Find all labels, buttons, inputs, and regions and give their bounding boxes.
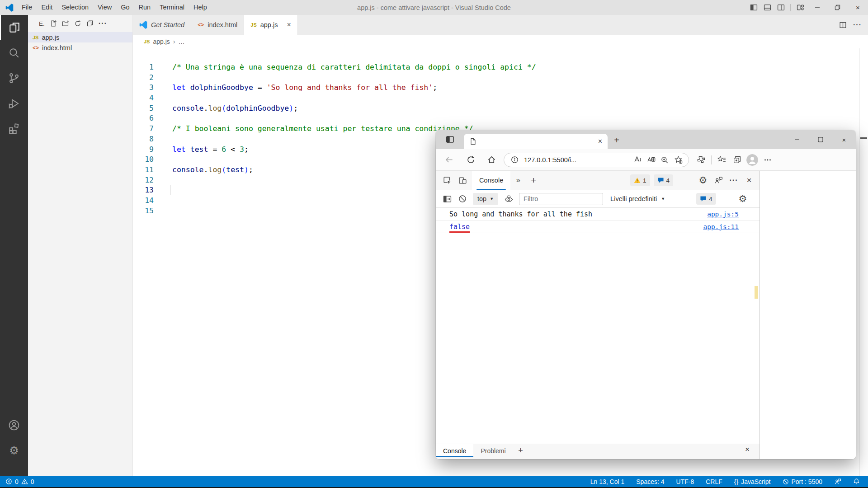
tab-actions-menu-icon[interactable] — [446, 135, 454, 144]
console-filter-input[interactable] — [519, 193, 603, 205]
split-editor-icon[interactable] — [839, 21, 847, 29]
live-server-port[interactable]: Port : 5500 — [779, 478, 826, 485]
clear-console-icon[interactable] — [455, 191, 470, 206]
settings-gear-icon[interactable]: ⚙ — [0, 438, 28, 463]
console-sidebar-toggle-icon[interactable] — [439, 191, 455, 206]
drawer-tab-console[interactable]: Console — [436, 444, 473, 457]
warnings-badge[interactable]: 1 — [630, 174, 650, 186]
more-tabs-icon[interactable]: » — [510, 173, 526, 188]
notifications-bell-icon[interactable] — [849, 478, 863, 485]
menu-file[interactable]: File — [17, 0, 37, 15]
edge-active-tab[interactable]: × — [464, 134, 608, 149]
collections-icon[interactable] — [729, 152, 745, 168]
feedback-icon[interactable] — [830, 478, 845, 485]
activity-run-debug-icon[interactable] — [0, 91, 28, 116]
code-line-1[interactable]: 1/* Una stringa è una sequenza di caratt… — [133, 62, 868, 73]
edge-close-button[interactable]: × — [832, 130, 856, 149]
activity-explorer-icon[interactable] — [0, 15, 28, 40]
cursor-position[interactable]: Ln 13, Col 1 — [587, 478, 628, 485]
editor-more-actions-icon[interactable]: ··· — [853, 21, 862, 29]
problems-status[interactable]: 0 0 — [0, 478, 34, 485]
close-window-button[interactable]: × — [848, 0, 868, 15]
drawer-add-tab-icon[interactable]: + — [513, 444, 528, 457]
back-icon[interactable] — [441, 152, 457, 168]
refresh-icon[interactable] — [463, 152, 478, 168]
messages-badge[interactable]: 4 — [654, 174, 674, 186]
console-message-row[interactable]: falseapp.js:11 — [436, 221, 760, 233]
devtools-close-icon[interactable]: × — [741, 173, 757, 188]
drawer-close-icon[interactable]: × — [745, 445, 750, 454]
close-tab-icon[interactable]: × — [598, 137, 602, 145]
source-location-link[interactable]: app.js:11 — [703, 223, 739, 230]
device-emulation-icon[interactable] — [455, 173, 470, 188]
language-mode[interactable]: {} JavaScript — [731, 478, 774, 485]
edge-maximize-button[interactable] — [809, 130, 832, 149]
collapse-folders-icon[interactable] — [86, 20, 94, 27]
devtools-more-icon[interactable]: ··· — [726, 173, 741, 188]
menu-selection[interactable]: Selection — [57, 0, 93, 15]
customize-layout-icon[interactable] — [793, 0, 807, 15]
code-line-4[interactable]: 4 — [133, 93, 868, 103]
console-message-row[interactable]: So long and thanks for all the fishapp.j… — [436, 208, 760, 221]
close-tab-icon[interactable]: × — [287, 21, 291, 29]
editor-scrollbar-track[interactable] — [859, 48, 860, 476]
favorites-bar-icon[interactable] — [714, 152, 729, 168]
code-line-5[interactable]: 5console.log(dolphinGoodbye); — [133, 103, 868, 114]
menu-edit[interactable]: Edit — [37, 0, 57, 15]
new-tab-icon[interactable]: + — [610, 134, 623, 146]
eol-sequence[interactable]: CRLF — [702, 478, 726, 485]
refresh-explorer-icon[interactable] — [74, 20, 81, 27]
url-text[interactable]: 127.0.0.1:5500/i... — [524, 156, 631, 164]
indentation[interactable]: Spaces: 4 — [632, 478, 668, 485]
messages-count-badge[interactable]: 4 — [696, 193, 716, 205]
toggle-panel-icon[interactable] — [760, 0, 774, 15]
explorer-more-actions-icon[interactable]: ··· — [99, 19, 107, 28]
activity-source-control-icon[interactable] — [0, 66, 28, 91]
accounts-icon[interactable] — [0, 413, 28, 438]
extensions-puzzle-icon[interactable] — [693, 152, 709, 168]
source-location-link[interactable]: app.js:5 — [707, 211, 739, 218]
menu-run[interactable]: Run — [134, 0, 156, 15]
breadcrumb-file[interactable]: app.js — [153, 38, 170, 45]
file-item-index-html[interactable]: <>index.html — [28, 42, 132, 53]
breadcrumb[interactable]: JS app.js › … — [144, 35, 185, 48]
code-line-3[interactable]: 3let dolphinGoodbye = 'So long and thank… — [133, 83, 868, 93]
minimize-button[interactable] — [807, 0, 827, 15]
devtools-tab-console[interactable]: Console — [472, 171, 510, 190]
tab-index-html[interactable]: <> index.html — [191, 15, 244, 35]
address-bar[interactable]: 127.0.0.1:5500/i... — [504, 153, 689, 167]
editor-scrollbar-handle[interactable] — [860, 137, 867, 139]
menu-help[interactable]: Help — [189, 0, 212, 15]
new-file-icon[interactable] — [50, 20, 57, 27]
profile-avatar[interactable] — [745, 152, 760, 168]
tab-app-js[interactable]: JS app.js × — [244, 15, 298, 35]
breadcrumb-more[interactable]: … — [179, 38, 185, 45]
activity-extensions-icon[interactable] — [0, 116, 28, 141]
new-folder-icon[interactable] — [62, 20, 69, 27]
browser-settings-more-icon[interactable] — [760, 152, 775, 168]
log-levels-dropdown[interactable]: Livelli predefiniti▼ — [610, 195, 665, 202]
devtools-feedback-icon[interactable] — [711, 173, 726, 188]
encoding[interactable]: UTF-8 — [673, 478, 698, 485]
drawer-tab-problems[interactable]: Problemi — [473, 444, 513, 457]
activity-search-icon[interactable] — [0, 40, 28, 66]
translate-icon[interactable] — [644, 153, 658, 167]
add-favorite-icon[interactable] — [671, 153, 685, 167]
code-line-2[interactable]: 2 — [133, 73, 868, 83]
add-devtools-tab-icon[interactable]: + — [526, 173, 541, 188]
restore-button[interactable] — [827, 0, 848, 15]
javascript-context-dropdown[interactable]: top▼ — [473, 193, 498, 205]
tab-get-started[interactable]: Get Started — [133, 15, 191, 35]
menu-terminal[interactable]: Terminal — [155, 0, 189, 15]
read-aloud-icon[interactable] — [631, 153, 644, 167]
menu-go[interactable]: Go — [116, 0, 134, 15]
zoom-icon[interactable] — [658, 153, 671, 167]
site-info-icon[interactable] — [508, 153, 521, 167]
console-settings-gear-icon[interactable]: ⚙ — [735, 191, 750, 206]
devtools-settings-gear-icon[interactable]: ⚙ — [695, 173, 711, 188]
menu-view[interactable]: View — [93, 0, 116, 15]
file-item-app-js[interactable]: JSapp.js — [28, 32, 132, 42]
code-line-6[interactable]: 6 — [133, 113, 868, 124]
edge-minimize-button[interactable] — [785, 130, 809, 149]
home-icon[interactable] — [484, 152, 499, 168]
